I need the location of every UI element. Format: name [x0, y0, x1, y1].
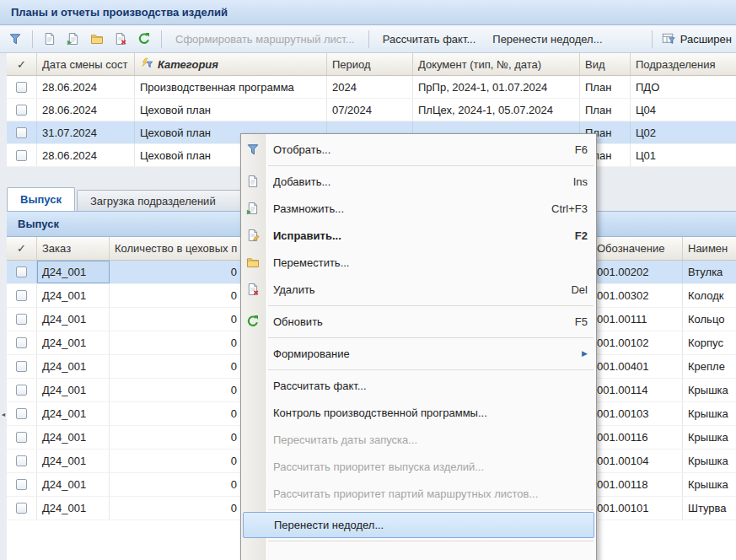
checkbox[interactable] [16, 267, 27, 277]
table-row[interactable]: 28.06.2024 Цеховой план 07/2024 ПлЦех, 2… [7, 99, 736, 121]
cell-quantity[interactable]: 0 [110, 355, 243, 378]
cell-order[interactable]: Д24_001 [37, 402, 110, 425]
cell-order[interactable]: Д24_001 [37, 450, 110, 472]
cell-period[interactable]: 07/2024 [327, 99, 413, 121]
cell-quantity[interactable]: 0 [110, 379, 243, 401]
select-all-header[interactable]: ✓ [7, 237, 37, 260]
column-header-category[interactable]: Категория [135, 53, 327, 75]
cell-name[interactable]: Штурва [683, 497, 736, 520]
cell-quantity[interactable]: 0 [110, 261, 243, 283]
tab-zagruzka-podrazdeleniy[interactable]: Загрузка подразделений [77, 190, 245, 211]
checkbox[interactable] [16, 290, 27, 301]
checkbox[interactable] [16, 314, 27, 325]
cell-order[interactable]: Д24_001 [37, 308, 110, 331]
row-checkbox-cell[interactable] [7, 308, 37, 331]
cell-date[interactable]: 28.06.2024 [37, 144, 135, 166]
column-header-order[interactable]: Заказ [37, 237, 110, 260]
menu-item-perenesti-nedodel[interactable]: Перенести недодел... [243, 512, 594, 538]
row-checkbox-cell[interactable] [7, 121, 37, 143]
move-folder-button[interactable] [86, 28, 108, 50]
cell-name[interactable]: Крепле [683, 355, 736, 378]
cell-date[interactable]: 31.07.2024 [37, 121, 135, 143]
row-checkbox-cell[interactable] [7, 261, 37, 283]
cell-name[interactable]: Втулка [683, 261, 736, 283]
checkbox[interactable] [16, 361, 27, 372]
cell-period[interactable]: 2024 [327, 76, 413, 98]
column-header-period[interactable]: Период [327, 53, 413, 75]
checkbox[interactable] [16, 337, 27, 348]
cell-designation[interactable]: 001.00102 [590, 331, 683, 354]
cell-name[interactable]: Крышка [683, 402, 736, 425]
menu-item-obnovit[interactable]: Обновить F5 [241, 308, 596, 335]
menu-item-formirovanie[interactable]: Формирование ▶ [241, 340, 596, 367]
transfer-shortfall-button[interactable]: Перенести недодел... [485, 33, 610, 46]
row-checkbox-cell[interactable] [7, 426, 37, 449]
cell-order[interactable]: Д24_001 [37, 426, 110, 449]
cell-designation[interactable]: 001.00101 [590, 497, 683, 520]
column-header-name[interactable]: Наимен [683, 237, 736, 260]
row-checkbox-cell[interactable] [7, 355, 37, 378]
cell-order[interactable]: Д24_001 [37, 331, 110, 354]
menu-item-udalit[interactable]: Удалить Del [241, 276, 596, 303]
cell-order[interactable]: Д24_001 [37, 497, 110, 520]
cell-departments[interactable]: Ц04 [631, 99, 736, 121]
row-checkbox-cell[interactable] [7, 402, 37, 425]
cell-quantity[interactable]: 0 [110, 331, 243, 354]
cell-designation[interactable]: 001.00202 [590, 261, 683, 283]
splitter-collapse-button[interactable]: ◄ [0, 407, 7, 421]
cell-quantity[interactable]: 0 [110, 426, 243, 449]
select-all-header[interactable]: ✓ [7, 53, 37, 75]
cell-date[interactable]: 28.06.2024 [37, 76, 135, 98]
cell-category[interactable]: Цеховой план [135, 99, 327, 121]
cell-order[interactable]: Д24_001 [37, 379, 110, 401]
cell-document[interactable]: ПлЦех, 2024-1, 05.07.2024 [413, 99, 580, 121]
menu-item-rasschitat-fakt[interactable]: Рассчитать факт... [241, 372, 596, 399]
cell-date[interactable]: 28.06.2024 [37, 99, 135, 121]
cell-designation[interactable]: 001.00302 [590, 284, 683, 307]
cell-kind[interactable]: План [580, 76, 631, 98]
cell-order[interactable]: Д24_001 [37, 284, 110, 307]
cell-name[interactable]: Корпус [683, 331, 736, 354]
cell-order[interactable]: Д24_001 [37, 473, 110, 496]
menu-item-razmnozhit[interactable]: Размножить... Ctrl+F3 [241, 195, 596, 222]
cell-document[interactable]: ПрПр, 2024-1, 01.07.2024 [413, 76, 580, 98]
cell-order[interactable]: Д24_001 [37, 355, 110, 378]
cell-kind[interactable]: План [580, 99, 631, 121]
refresh-button[interactable] [133, 28, 155, 50]
column-header-date[interactable]: Дата смены сост [37, 53, 135, 75]
menu-item-dobavit[interactable]: Добавить... Ins [241, 168, 596, 195]
checkbox[interactable] [16, 503, 27, 514]
tab-vypusk[interactable]: Выпуск [7, 187, 75, 211]
cell-quantity[interactable]: 0 [110, 497, 243, 520]
cell-category[interactable]: Производственная программа [135, 76, 327, 98]
delete-document-button[interactable] [110, 28, 132, 50]
cell-quantity[interactable]: 0 [110, 402, 243, 425]
column-header-kind[interactable]: Вид [580, 53, 631, 75]
row-checkbox-cell[interactable] [7, 473, 37, 496]
cell-order[interactable]: Д24_001 [37, 261, 110, 283]
menu-item-ispravit[interactable]: Исправить... F2 [241, 222, 596, 249]
cell-designation[interactable]: 001.00104 [590, 450, 683, 472]
cell-name[interactable]: Крышка [683, 426, 736, 449]
row-checkbox-cell[interactable] [7, 144, 37, 166]
cell-name[interactable]: Крышка [683, 450, 736, 472]
cell-quantity[interactable]: 0 [110, 308, 243, 331]
cell-name[interactable]: Крышка [683, 379, 736, 401]
cell-quantity[interactable]: 0 [110, 450, 243, 472]
cell-name[interactable]: Колодк [683, 284, 736, 307]
cell-departments[interactable]: Ц01 [631, 144, 736, 166]
cell-quantity[interactable]: 0 [110, 284, 243, 307]
row-checkbox-cell[interactable] [7, 450, 37, 472]
row-checkbox-cell[interactable] [7, 331, 37, 354]
add-document-button[interactable] [39, 28, 61, 50]
cell-designation[interactable]: 001.00401 [590, 355, 683, 378]
cell-departments[interactable]: ПДО [631, 76, 736, 98]
checkbox[interactable] [16, 432, 27, 443]
checkbox[interactable] [16, 105, 27, 116]
cell-name[interactable]: Крышка [683, 473, 736, 496]
row-checkbox-cell[interactable] [7, 284, 37, 307]
filter-button[interactable] [4, 28, 26, 50]
checkbox[interactable] [16, 127, 27, 138]
checkbox[interactable] [16, 455, 27, 466]
row-checkbox-cell[interactable] [7, 76, 37, 98]
